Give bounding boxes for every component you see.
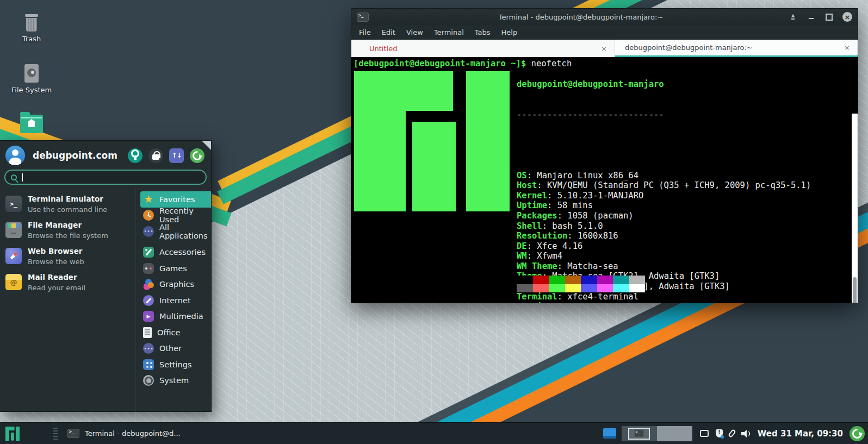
category-system[interactable]: System bbox=[140, 373, 211, 389]
neofetch-line: Terminal: xfce4-terminal bbox=[517, 292, 811, 302]
category-graphics[interactable]: Graphics bbox=[140, 277, 211, 293]
color-swatch bbox=[533, 276, 549, 284]
neofetch-value: : KVM/QEMU (Standard PC (Q35 + ICH9, 200… bbox=[537, 180, 811, 190]
lock-screen-icon[interactable] bbox=[148, 148, 163, 163]
app-description: Browse the web bbox=[28, 258, 84, 266]
category-label: Internet bbox=[159, 296, 191, 305]
neofetch-line: Uptime: 58 mins bbox=[517, 201, 811, 211]
desktop-icon-trash[interactable]: Trash bbox=[7, 14, 56, 43]
neofetch-line: OS: Manjaro Linux x86_64 bbox=[517, 171, 811, 181]
close-window-icon[interactable] bbox=[842, 12, 852, 22]
tab-untitled[interactable]: Untitled bbox=[351, 40, 615, 57]
app-item-mail-reader[interactable]: Mail ReaderRead your email bbox=[0, 269, 135, 295]
category-favorites[interactable]: Favorites bbox=[140, 191, 211, 208]
app-item-web-browser[interactable]: Web BrowserBrowse the web bbox=[0, 243, 135, 269]
search-icon bbox=[11, 174, 17, 180]
terminal-app-icon bbox=[635, 430, 644, 437]
text-caret bbox=[22, 173, 23, 182]
app-description: Read your email bbox=[28, 284, 85, 292]
app-item-file-manager[interactable]: File ManagerBrowse the file system bbox=[0, 217, 135, 243]
applications-menu-button[interactable] bbox=[0, 423, 25, 444]
task-label: Terminal - debugpoint@d... bbox=[85, 429, 181, 437]
menubar-item[interactable]: Help bbox=[496, 28, 523, 36]
graphics-icon bbox=[143, 279, 154, 290]
neofetch-label: Terminal Font bbox=[517, 302, 582, 303]
neofetch-label: Shell bbox=[517, 221, 542, 231]
manjaro-ascii-logo bbox=[354, 71, 510, 211]
neofetch-info: debugpoint@debugpoint-manjaro ----------… bbox=[517, 59, 811, 303]
category-label: Recently Used bbox=[159, 207, 211, 224]
app-item-terminal-emulator[interactable]: Terminal EmulatorUse the command line bbox=[0, 191, 135, 217]
desktop-icon-home-folder[interactable] bbox=[7, 112, 56, 136]
panel-drag-handle[interactable] bbox=[53, 428, 58, 440]
color-swatch bbox=[613, 276, 629, 284]
neofetch-value: : 5.10.23-1-MANJARO bbox=[547, 191, 643, 201]
file-manager-icon bbox=[5, 222, 22, 238]
app-description: Browse the file system bbox=[28, 232, 108, 240]
category-multimedia[interactable]: Multimedia bbox=[140, 309, 211, 325]
app-name: File Manager bbox=[28, 221, 82, 229]
color-swatch bbox=[565, 284, 581, 293]
switch-user-icon[interactable] bbox=[169, 148, 184, 163]
settings-icon bbox=[143, 359, 154, 370]
taskbar-window-button[interactable]: Terminal - debugpoint@d... bbox=[67, 429, 181, 438]
terminal-emulator-icon bbox=[5, 196, 22, 212]
category-settings[interactable]: Settings bbox=[140, 357, 211, 373]
workspace-1[interactable] bbox=[622, 426, 657, 441]
green-session-icon[interactable] bbox=[850, 426, 865, 441]
category-games[interactable]: Games bbox=[140, 260, 211, 277]
user-title: debugpoint.com bbox=[33, 150, 128, 161]
color-swatch bbox=[581, 284, 597, 293]
menubar-item[interactable]: Edit bbox=[376, 28, 401, 36]
menubar-item[interactable]: View bbox=[401, 28, 429, 36]
sound-wave bbox=[745, 431, 750, 436]
show-desktop-icon[interactable] bbox=[603, 428, 616, 439]
neofetch-line: DE: Xfce 4.16 bbox=[517, 241, 811, 252]
security-shield-icon[interactable] bbox=[716, 429, 723, 437]
all-settings-icon[interactable] bbox=[128, 148, 142, 163]
tab-active-session[interactable]: debugpoint@debugpoint-manjaro:~ bbox=[615, 40, 858, 57]
log-out-icon[interactable] bbox=[190, 148, 204, 163]
menubar-item[interactable]: Tabs bbox=[469, 28, 496, 36]
workspace-pager[interactable] bbox=[622, 426, 692, 441]
category-all-applications[interactable]: All Applications bbox=[140, 223, 211, 240]
close-tab-icon[interactable] bbox=[601, 45, 607, 53]
terminal-output[interactable]: [debugpoint@debugpoint-manjaro ~]$ neofe… bbox=[351, 57, 858, 303]
menubar-item[interactable]: File bbox=[354, 28, 376, 36]
category-accessories[interactable]: Accessories bbox=[140, 245, 211, 261]
terminal-scrollbar[interactable] bbox=[852, 114, 858, 303]
shade-window-icon[interactable] bbox=[789, 12, 797, 21]
color-swatch bbox=[597, 284, 613, 293]
paperclip-icon[interactable] bbox=[728, 429, 736, 438]
category-label: Games bbox=[159, 264, 187, 273]
maximize-icon[interactable] bbox=[824, 12, 833, 21]
desktop-icon-file-system[interactable]: File System bbox=[7, 64, 56, 94]
neofetch-line: Kernel: 5.10.23-1-MANJARO bbox=[517, 191, 811, 201]
neofetch-line: WM Theme: Matcha-sea bbox=[517, 261, 811, 272]
neofetch-line: WM: Xfwm4 bbox=[517, 251, 811, 261]
clock[interactable]: Wed 31 Mar, 09:30 bbox=[758, 429, 843, 439]
neofetch-value: : 1058 (pacman) bbox=[557, 211, 634, 221]
close-tab-icon[interactable] bbox=[844, 43, 850, 52]
neofetch-label: WM bbox=[517, 251, 527, 261]
scrollbar-thumb[interactable] bbox=[853, 277, 857, 303]
color-swatch bbox=[613, 284, 629, 293]
app-description: Use the command line bbox=[28, 205, 107, 214]
globe-icon bbox=[143, 295, 154, 306]
category-recently-used[interactable]: Recently Used bbox=[140, 208, 211, 224]
category-internet[interactable]: Internet bbox=[140, 292, 211, 309]
menu-resize-grip[interactable] bbox=[202, 141, 211, 150]
volume-icon[interactable] bbox=[741, 429, 751, 438]
titlebar[interactable]: Terminal - debugpoint@debugpoint-manjaro… bbox=[351, 9, 858, 25]
workspace-2[interactable] bbox=[657, 426, 692, 441]
web-browser-icon bbox=[5, 248, 22, 264]
user-avatar[interactable] bbox=[5, 146, 25, 165]
home-folder-icon bbox=[20, 115, 43, 133]
search-input[interactable] bbox=[4, 170, 207, 185]
clipboard-tray-icon[interactable] bbox=[700, 430, 709, 437]
category-other[interactable]: Other bbox=[140, 341, 211, 357]
category-office[interactable]: Office bbox=[140, 324, 211, 341]
minimize-icon[interactable] bbox=[807, 12, 815, 21]
drive-icon bbox=[24, 64, 39, 83]
menubar-item[interactable]: Terminal bbox=[429, 28, 469, 36]
